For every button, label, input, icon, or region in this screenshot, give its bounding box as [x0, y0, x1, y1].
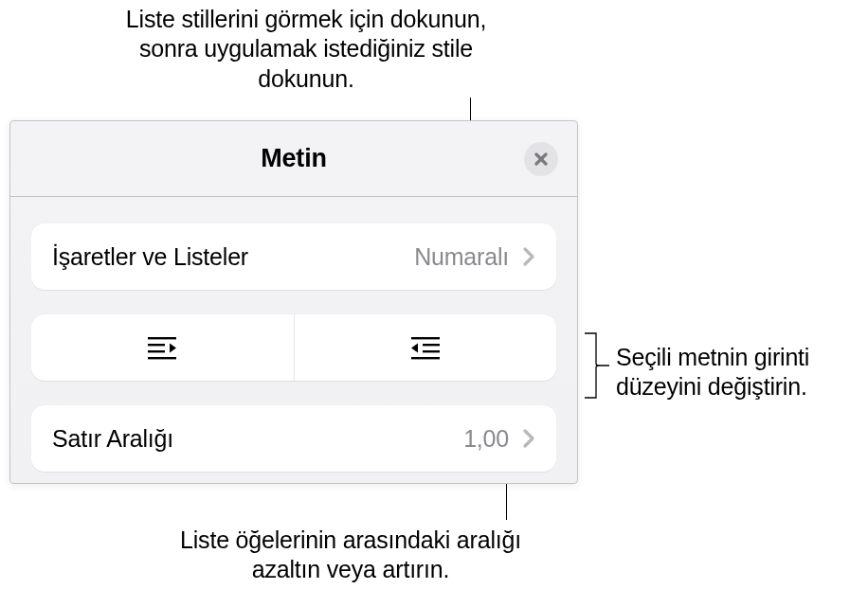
indent-row: [31, 314, 556, 381]
svg-rect-8: [423, 344, 440, 346]
close-icon: [534, 152, 548, 166]
panel-title: Metin: [261, 144, 327, 173]
svg-marker-11: [411, 344, 418, 353]
svg-marker-6: [170, 344, 176, 353]
bullets-lists-label: İşaretler ve Listeler: [52, 243, 414, 271]
text-format-panel: Metin İşaretler ve Listeler Numaralı: [9, 120, 578, 484]
callout-bracket-right: [583, 331, 611, 400]
svg-rect-5: [148, 357, 176, 359]
chevron-right-icon: [522, 428, 535, 449]
chevron-right-icon: [522, 246, 535, 267]
line-spacing-value: 1,00: [463, 425, 509, 453]
callout-indent-level: Seçili metnin girinti düzeyini değiştiri…: [616, 343, 862, 402]
bullets-lists-value: Numaralı: [414, 243, 509, 271]
close-button[interactable]: [524, 142, 558, 176]
indent-card: [31, 314, 556, 381]
callout-line-spacing: Liste öğelerinin arasındaki aralığı azal…: [180, 526, 521, 585]
svg-rect-3: [148, 344, 165, 346]
increase-indent-button[interactable]: [294, 314, 557, 381]
decrease-indent-icon: [145, 334, 179, 361]
svg-rect-10: [411, 357, 440, 359]
panel-body: İşaretler ve Listeler Numaralı: [10, 197, 577, 472]
line-spacing-label: Satır Aralığı: [52, 425, 463, 453]
increase-indent-icon: [408, 334, 443, 361]
callout-list-styles: Liste stillerini görmek için dokunun, so…: [102, 5, 510, 94]
panel-header: Metin: [10, 121, 577, 197]
svg-rect-4: [148, 350, 165, 352]
line-spacing-row[interactable]: Satır Aralığı 1,00: [31, 405, 556, 472]
bullets-lists-card: İşaretler ve Listeler Numaralı: [31, 223, 556, 290]
svg-rect-2: [148, 337, 176, 339]
svg-rect-9: [423, 350, 440, 352]
line-spacing-card: Satır Aralığı 1,00: [31, 405, 556, 472]
bullets-lists-row[interactable]: İşaretler ve Listeler Numaralı: [31, 223, 556, 290]
svg-rect-7: [411, 337, 440, 339]
decrease-indent-button[interactable]: [31, 314, 294, 381]
